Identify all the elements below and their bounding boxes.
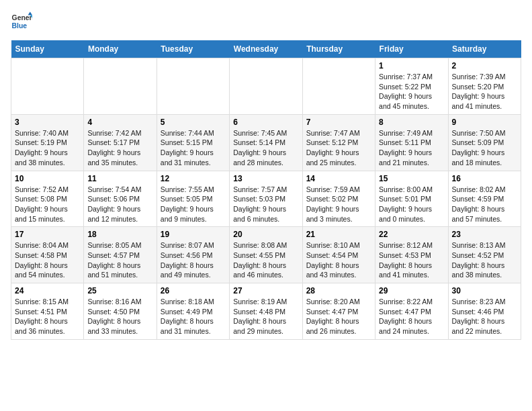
day-info: Sunrise: 8:07 AM Sunset: 4:56 PM Dayligh… (161, 240, 226, 280)
day-info: Sunrise: 8:10 AM Sunset: 4:54 PM Dayligh… (306, 240, 371, 280)
calendar-cell: 6Sunrise: 7:45 AM Sunset: 5:14 PM Daylig… (230, 114, 302, 171)
day-number: 19 (161, 230, 226, 239)
calendar-cell: 15Sunrise: 8:00 AM Sunset: 5:01 PM Dayli… (375, 171, 448, 227)
calendar-cell: 19Sunrise: 8:07 AM Sunset: 4:56 PM Dayli… (157, 227, 229, 283)
calendar-cell: 1Sunrise: 7:37 AM Sunset: 5:22 PM Daylig… (375, 58, 448, 115)
calendar-cell: 26Sunrise: 8:18 AM Sunset: 4:49 PM Dayli… (157, 283, 229, 340)
calendar-cell: 29Sunrise: 8:22 AM Sunset: 4:47 PM Dayli… (375, 283, 448, 340)
calendar-table: SundayMondayTuesdayWednesdayThursdayFrid… (11, 40, 521, 340)
day-number: 18 (87, 230, 152, 239)
day-number: 20 (233, 230, 298, 239)
day-number: 15 (379, 174, 444, 183)
day-number: 2 (452, 61, 517, 71)
calendar-cell: 27Sunrise: 8:19 AM Sunset: 4:48 PM Dayli… (230, 283, 302, 340)
day-info: Sunrise: 8:22 AM Sunset: 4:47 PM Dayligh… (379, 297, 444, 336)
day-number: 27 (233, 286, 298, 295)
day-number: 5 (161, 118, 226, 127)
calendar-cell: 23Sunrise: 8:13 AM Sunset: 4:52 PM Dayli… (448, 227, 521, 283)
day-info: Sunrise: 8:23 AM Sunset: 4:46 PM Dayligh… (452, 297, 517, 336)
calendar-cell: 22Sunrise: 8:12 AM Sunset: 4:53 PM Dayli… (375, 227, 448, 283)
column-header-friday: Friday (375, 40, 448, 58)
day-number: 8 (379, 118, 444, 127)
day-info: Sunrise: 7:44 AM Sunset: 5:15 PM Dayligh… (161, 128, 226, 168)
calendar-cell: 13Sunrise: 7:57 AM Sunset: 5:03 PM Dayli… (230, 171, 302, 227)
logo-icon: General Blue (11, 11, 32, 32)
day-number: 13 (233, 174, 298, 183)
svg-text:General: General (12, 14, 32, 21)
day-info: Sunrise: 7:45 AM Sunset: 5:14 PM Dayligh… (233, 128, 298, 168)
column-header-thursday: Thursday (302, 40, 375, 58)
day-info: Sunrise: 7:55 AM Sunset: 5:05 PM Dayligh… (161, 185, 226, 224)
calendar-week-1: 1Sunrise: 7:37 AM Sunset: 5:22 PM Daylig… (11, 58, 521, 115)
day-number: 16 (452, 174, 517, 183)
calendar-week-4: 17Sunrise: 8:04 AM Sunset: 4:58 PM Dayli… (11, 227, 521, 283)
day-info: Sunrise: 7:59 AM Sunset: 5:02 PM Dayligh… (306, 185, 371, 224)
calendar-cell: 20Sunrise: 8:08 AM Sunset: 4:55 PM Dayli… (230, 227, 302, 283)
day-info: Sunrise: 7:52 AM Sunset: 5:08 PM Dayligh… (15, 185, 80, 224)
day-number: 6 (233, 118, 298, 127)
day-number: 9 (452, 118, 517, 127)
day-info: Sunrise: 8:12 AM Sunset: 4:53 PM Dayligh… (379, 240, 444, 280)
day-number: 30 (452, 286, 517, 295)
day-number: 17 (15, 230, 80, 239)
day-info: Sunrise: 7:40 AM Sunset: 5:19 PM Dayligh… (15, 128, 80, 168)
day-info: Sunrise: 7:49 AM Sunset: 5:11 PM Dayligh… (379, 128, 444, 168)
day-number: 3 (15, 118, 80, 127)
day-number: 12 (161, 174, 226, 183)
svg-text:Blue: Blue (12, 22, 28, 30)
day-number: 1 (379, 61, 444, 71)
column-header-monday: Monday (84, 40, 157, 58)
calendar-week-2: 3Sunrise: 7:40 AM Sunset: 5:19 PM Daylig… (11, 114, 521, 171)
calendar-cell (84, 58, 157, 115)
day-number: 10 (15, 174, 80, 183)
day-info: Sunrise: 8:15 AM Sunset: 4:51 PM Dayligh… (15, 297, 80, 336)
calendar-cell: 4Sunrise: 7:42 AM Sunset: 5:17 PM Daylig… (84, 114, 157, 171)
day-info: Sunrise: 8:05 AM Sunset: 4:57 PM Dayligh… (87, 240, 152, 280)
day-info: Sunrise: 7:50 AM Sunset: 5:09 PM Dayligh… (452, 128, 517, 168)
day-info: Sunrise: 8:13 AM Sunset: 4:52 PM Dayligh… (452, 240, 517, 280)
day-info: Sunrise: 8:19 AM Sunset: 4:48 PM Dayligh… (233, 297, 298, 336)
day-info: Sunrise: 8:16 AM Sunset: 4:50 PM Dayligh… (87, 297, 152, 336)
day-number: 7 (306, 118, 371, 127)
column-header-wednesday: Wednesday (230, 40, 302, 58)
day-number: 25 (87, 286, 152, 295)
column-header-tuesday: Tuesday (157, 40, 229, 58)
day-info: Sunrise: 8:08 AM Sunset: 4:55 PM Dayligh… (233, 240, 298, 280)
calendar-cell: 18Sunrise: 8:05 AM Sunset: 4:57 PM Dayli… (84, 227, 157, 283)
calendar-cell (11, 58, 84, 115)
day-info: Sunrise: 7:37 AM Sunset: 5:22 PM Dayligh… (379, 72, 444, 111)
calendar-cell: 10Sunrise: 7:52 AM Sunset: 5:08 PM Dayli… (11, 171, 84, 227)
calendar-cell: 12Sunrise: 7:55 AM Sunset: 5:05 PM Dayli… (157, 171, 229, 227)
calendar-cell: 30Sunrise: 8:23 AM Sunset: 4:46 PM Dayli… (448, 283, 521, 340)
day-number: 24 (15, 286, 80, 295)
svg-marker-2 (28, 12, 32, 15)
day-number: 28 (306, 286, 371, 295)
day-info: Sunrise: 7:57 AM Sunset: 5:03 PM Dayligh… (233, 185, 298, 224)
header: General Blue (11, 11, 521, 32)
day-info: Sunrise: 7:42 AM Sunset: 5:17 PM Dayligh… (87, 128, 152, 168)
calendar-cell: 25Sunrise: 8:16 AM Sunset: 4:50 PM Dayli… (84, 283, 157, 340)
column-header-saturday: Saturday (448, 40, 521, 58)
calendar-cell: 8Sunrise: 7:49 AM Sunset: 5:11 PM Daylig… (375, 114, 448, 171)
day-number: 21 (306, 230, 371, 239)
calendar-cell: 2Sunrise: 7:39 AM Sunset: 5:20 PM Daylig… (448, 58, 521, 115)
calendar-cell (230, 58, 302, 115)
day-number: 26 (161, 286, 226, 295)
calendar-cell: 7Sunrise: 7:47 AM Sunset: 5:12 PM Daylig… (302, 114, 375, 171)
calendar-cell: 16Sunrise: 8:02 AM Sunset: 4:59 PM Dayli… (448, 171, 521, 227)
day-info: Sunrise: 7:54 AM Sunset: 5:06 PM Dayligh… (87, 185, 152, 224)
calendar-cell: 14Sunrise: 7:59 AM Sunset: 5:02 PM Dayli… (302, 171, 375, 227)
calendar-cell: 24Sunrise: 8:15 AM Sunset: 4:51 PM Dayli… (11, 283, 84, 340)
day-number: 14 (306, 174, 371, 183)
calendar-cell: 11Sunrise: 7:54 AM Sunset: 5:06 PM Dayli… (84, 171, 157, 227)
day-info: Sunrise: 7:39 AM Sunset: 5:20 PM Dayligh… (452, 72, 517, 111)
logo: General Blue (11, 11, 32, 32)
day-number: 11 (87, 174, 152, 183)
calendar-cell: 5Sunrise: 7:44 AM Sunset: 5:15 PM Daylig… (157, 114, 229, 171)
column-header-sunday: Sunday (11, 40, 84, 58)
day-number: 29 (379, 286, 444, 295)
day-info: Sunrise: 8:20 AM Sunset: 4:47 PM Dayligh… (306, 297, 371, 336)
calendar-week-3: 10Sunrise: 7:52 AM Sunset: 5:08 PM Dayli… (11, 171, 521, 227)
day-info: Sunrise: 7:47 AM Sunset: 5:12 PM Dayligh… (306, 128, 371, 168)
day-info: Sunrise: 8:04 AM Sunset: 4:58 PM Dayligh… (15, 240, 80, 280)
